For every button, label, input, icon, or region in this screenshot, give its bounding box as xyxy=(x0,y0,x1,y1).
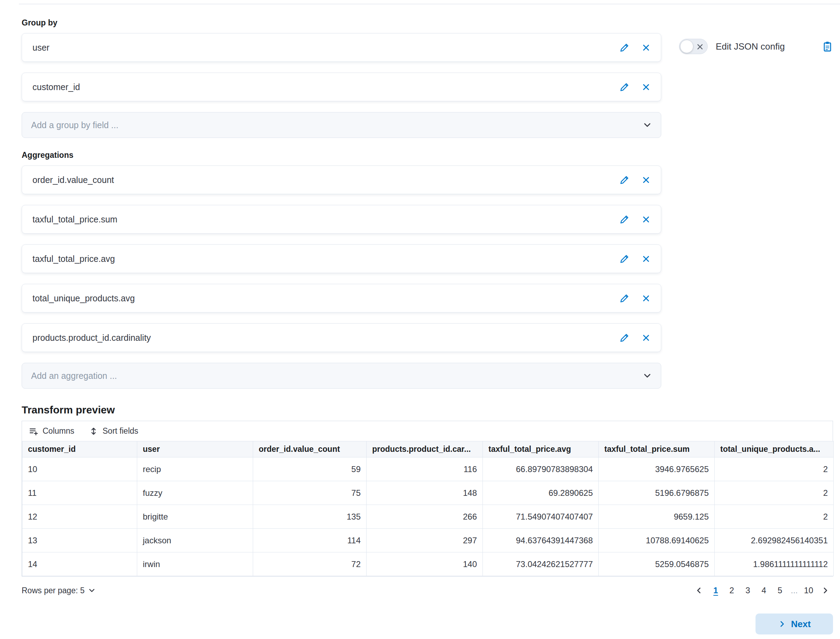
cell-price-sum: 5196.6796875 xyxy=(599,481,715,505)
cell-order-count: 135 xyxy=(253,505,367,529)
cell-price-avg: 94.63764391447368 xyxy=(483,529,599,552)
cell-product-cardinality: 140 xyxy=(367,552,483,576)
close-icon[interactable] xyxy=(642,83,650,92)
aggregation-item-label: products.product_id.cardinality xyxy=(32,333,620,343)
pill-actions xyxy=(620,83,650,92)
column-header-taxful-total-price-sum[interactable]: taxful_total_price.sum xyxy=(599,441,715,458)
aggregation-item-order-id-value-count: order_id.value_count xyxy=(22,165,661,194)
close-icon[interactable] xyxy=(642,176,650,184)
columns-button[interactable]: Columns xyxy=(29,426,75,436)
add-group-by-field-select[interactable]: Add a group by field ... xyxy=(22,112,661,138)
cell-customer-id: 14 xyxy=(22,552,137,576)
top-divider xyxy=(19,4,840,4)
sort-fields-button-label: Sort fields xyxy=(103,426,138,436)
next-button-label: Next xyxy=(791,619,811,629)
edit-icon[interactable] xyxy=(620,43,629,52)
page-button-5[interactable]: 5 xyxy=(773,583,787,598)
cell-user: recip xyxy=(137,458,253,481)
close-icon[interactable] xyxy=(642,43,650,52)
close-icon[interactable] xyxy=(642,254,650,263)
cell-product-cardinality: 266 xyxy=(367,505,483,529)
rows-per-page-button[interactable]: Rows per page: 5 xyxy=(22,586,96,595)
group-by-item-label: customer_id xyxy=(32,82,620,92)
column-header-order-id-value-count[interactable]: order_id.value_count xyxy=(253,441,367,458)
table-header-row: customer_id user order_id.value_count pr… xyxy=(22,441,834,458)
aggregation-item-taxful-total-price-avg: taxful_total_price.avg xyxy=(22,245,661,273)
preview-table: customer_id user order_id.value_count pr… xyxy=(22,441,834,576)
cell-customer-id: 10 xyxy=(22,458,137,481)
cell-customer-id: 13 xyxy=(22,529,137,552)
previous-page-icon[interactable] xyxy=(695,586,703,594)
cell-price-sum: 9659.125 xyxy=(599,505,715,529)
edit-icon[interactable] xyxy=(620,254,629,264)
edit-icon[interactable] xyxy=(620,294,629,303)
pill-actions xyxy=(620,43,650,52)
cell-unique-products-avg: 1.9861111111111112 xyxy=(715,552,834,576)
edit-icon[interactable] xyxy=(620,333,629,343)
close-icon[interactable] xyxy=(642,334,650,342)
table-row: 14 irwin 72 140 73.04242621527777 5259.0… xyxy=(22,552,834,576)
cell-user: brigitte xyxy=(137,505,253,529)
close-icon[interactable] xyxy=(642,294,650,303)
aggregation-item-products-product-id-cardinality: products.product_id.cardinality xyxy=(22,323,661,352)
group-by-label: Group by xyxy=(22,18,833,28)
add-group-by-placeholder: Add a group by field ... xyxy=(31,120,643,130)
cell-unique-products-avg: 2 xyxy=(715,505,834,529)
cell-unique-products-avg: 2 xyxy=(715,481,834,505)
wizard-content: Group by user customer_id Add a group by… xyxy=(22,14,833,634)
aggregation-item-total-unique-products-avg: total_unique_products.avg xyxy=(22,284,661,313)
aggregation-item-label: total_unique_products.avg xyxy=(32,293,620,304)
page-button-3[interactable]: 3 xyxy=(741,583,755,598)
wizard-footer: Next xyxy=(22,614,833,634)
cell-price-sum: 10788.69140625 xyxy=(599,529,715,552)
next-page-icon[interactable] xyxy=(821,586,829,594)
chevron-down-icon xyxy=(88,587,96,594)
close-icon[interactable] xyxy=(642,215,650,224)
edit-icon[interactable] xyxy=(620,215,629,224)
table-row: 11 fuzzy 75 148 69.2890625 5196.6796875 … xyxy=(22,481,834,505)
sort-icon xyxy=(89,427,98,436)
cell-unique-products-avg: 2.692982456140351 xyxy=(715,529,834,552)
page-button-2[interactable]: 2 xyxy=(725,583,739,598)
page-button-1[interactable]: 1 xyxy=(709,583,723,598)
aggregations-label: Aggregations xyxy=(22,151,833,160)
add-aggregation-select[interactable]: Add an aggregation ... xyxy=(22,363,661,389)
column-header-customer-id[interactable]: customer_id xyxy=(22,441,137,458)
column-header-user[interactable]: user xyxy=(137,441,253,458)
group-by-item-label: user xyxy=(32,43,620,53)
cell-user: fuzzy xyxy=(137,481,253,505)
group-by-item-customer-id: customer_id xyxy=(22,73,661,101)
page-button-10[interactable]: 10 xyxy=(802,583,816,598)
transform-preview-title: Transform preview xyxy=(22,404,833,416)
cell-price-avg: 71.54907407407407 xyxy=(483,505,599,529)
pill-actions xyxy=(620,294,650,303)
cell-product-cardinality: 116 xyxy=(367,458,483,481)
column-header-total-unique-products-avg[interactable]: total_unique_products.a... xyxy=(715,441,834,458)
preview-table-panel: Columns Sort fields customer_id xyxy=(22,421,833,577)
aggregation-item-label: order_id.value_count xyxy=(32,175,620,185)
sort-fields-button[interactable]: Sort fields xyxy=(89,426,138,436)
transform-preview-section: Transform preview Columns Sort fields xyxy=(22,404,833,634)
cell-customer-id: 12 xyxy=(22,505,137,529)
cell-price-sum: 3946.9765625 xyxy=(599,458,715,481)
add-aggregation-placeholder: Add an aggregation ... xyxy=(31,371,643,381)
cell-order-count: 72 xyxy=(253,552,367,576)
preview-toolbar: Columns Sort fields xyxy=(22,421,833,441)
next-button[interactable]: Next xyxy=(756,614,833,634)
column-header-taxful-total-price-avg[interactable]: taxful_total_price.avg xyxy=(483,441,599,458)
page-button-4[interactable]: 4 xyxy=(757,583,771,598)
pagination: 1 2 3 4 5 ... 10 xyxy=(691,583,833,598)
cell-price-sum: 5259.0546875 xyxy=(599,552,715,576)
cell-order-count: 75 xyxy=(253,481,367,505)
table-footer: Rows per page: 5 1 2 3 4 5 ... 10 xyxy=(22,583,833,598)
edit-icon[interactable] xyxy=(620,175,629,185)
cell-price-avg: 69.2890625 xyxy=(483,481,599,505)
group-by-item-user: user xyxy=(22,33,661,62)
chevron-down-icon xyxy=(643,121,652,130)
cell-unique-products-avg: 2 xyxy=(715,458,834,481)
column-header-products-product-id-cardinality[interactable]: products.product_id.car... xyxy=(367,441,483,458)
edit-icon[interactable] xyxy=(620,83,629,92)
cell-order-count: 114 xyxy=(253,529,367,552)
pill-actions xyxy=(620,333,650,343)
pill-actions xyxy=(620,254,650,264)
